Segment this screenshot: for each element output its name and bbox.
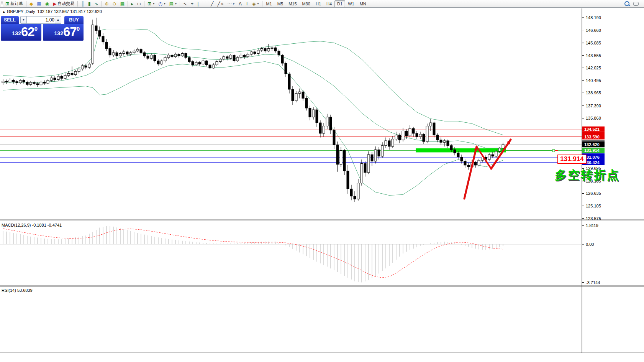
callout-anchor-marker[interactable] (552, 150, 555, 152)
text-label-icon[interactable]: T (244, 0, 250, 7)
sell-price-pipette: 0 (34, 25, 38, 32)
crosshair-icon: + (191, 2, 193, 6)
price-axis-label: 123.575 (586, 216, 601, 221)
rsi-indicator-label: RSI(14) 53.6839 (2, 288, 33, 293)
price-badge-label: 134.521 (584, 127, 600, 132)
candles-group (2, 18, 504, 202)
macd-axis-label: 0.00 (586, 242, 594, 247)
trend-arrow-segment[interactable] (464, 146, 477, 199)
price-axis-label: 138.965 (586, 90, 601, 95)
fibonacci-icon: ⋯ (227, 2, 232, 6)
chevron-down-icon: ▾ (257, 2, 259, 5)
market-watch-icon[interactable]: ▦ (35, 0, 43, 7)
timeframe-button-h4[interactable]: H4 (324, 0, 334, 7)
zoom-in-icon: ⊕ (105, 2, 109, 6)
timeframe-button-d1[interactable]: D1 (334, 0, 345, 7)
sell-price-main: 132 (12, 30, 21, 36)
zoom-out-icon[interactable]: ⊖ (111, 0, 118, 7)
timeframe-button-m15[interactable]: M15 (286, 0, 299, 7)
bollinger-band-line (3, 29, 503, 135)
cursor-icon[interactable]: ↖ (181, 0, 189, 7)
signals-icon: ◉ (45, 2, 49, 6)
toolbar-separator (128, 1, 128, 7)
price-chart-canvas[interactable]: 148.190146.660145.085143.555142.025140.4… (0, 8, 644, 362)
timeframe-button-m1[interactable]: M1 (264, 0, 275, 7)
equidistant-channel-icon[interactable]: ╱E (215, 0, 225, 7)
sell-button[interactable]: SELL (1, 16, 19, 24)
bar-chart-icon[interactable]: ║ (79, 0, 86, 7)
auto-scroll-icon[interactable]: ▸ (129, 0, 135, 7)
tile-windows-icon: ▦ (120, 2, 125, 6)
chart-shift-icon[interactable]: ↦ (135, 0, 143, 7)
buy-price-button[interactable]: 132670 (43, 24, 84, 41)
tile-windows-icon[interactable]: ▦ (118, 0, 126, 7)
macd-signal-line (3, 229, 503, 278)
templates-icon[interactable]: ▤▾ (167, 0, 179, 7)
macd-indicator-label: MACD(12,26,9) -0.1881 -0.4741 (2, 223, 62, 227)
auto-scroll-icon: ▸ (131, 2, 133, 6)
equidistant-channel-icon-sub: E (221, 2, 223, 5)
new-order-button[interactable]: ⊞新订单 (3, 0, 25, 7)
period-selector-icon[interactable]: ◷▾ (156, 0, 167, 7)
trendline-icon[interactable]: ╱ (209, 0, 215, 7)
price-badge-label: 130.424 (584, 160, 600, 165)
price-axis-label: 142.025 (586, 66, 601, 70)
price-badge-label: 133.590 (584, 135, 600, 139)
ohlc-values: 132.187 132.867 131.817 132.620 (38, 9, 102, 14)
buy-price-pipette: 0 (77, 25, 80, 32)
metaeditor-icon[interactable]: ◆ (28, 0, 35, 7)
main-toolbar: ⊞新订单◆▦◉▶自动交易║▮∿⊕⊖▦▸↦⊞▾◷▾▤▾↖+|—╱╱E⋯FAT◈▾M… (0, 0, 644, 8)
autotrading-button[interactable]: ▶自动交易 (51, 0, 76, 7)
macd-axis-label: 1.8119 (586, 223, 598, 228)
price-badge-label: 131.914 (584, 148, 600, 153)
toolbar-separator (180, 1, 180, 7)
arrows-icon[interactable]: ◈▾ (250, 0, 261, 7)
crosshair-icon[interactable]: + (189, 0, 195, 7)
macd-axis-label: -3.7144 (586, 280, 600, 285)
chart-title: ▲GBPJPY-,Daily 132.187 132.867 131.817 1… (2, 9, 102, 14)
price-axis-label: 126.635 (586, 191, 601, 196)
price-axis-label: 137.390 (586, 104, 601, 108)
timeframe-button-w1[interactable]: W1 (345, 0, 357, 7)
volume-input[interactable]: 1.00 (26, 16, 56, 24)
signals-icon[interactable]: ◉ (43, 0, 51, 7)
new-order-button-label: 新订单 (10, 1, 23, 7)
candlestick-chart-icon[interactable]: ▮ (86, 0, 93, 7)
trendline-icon: ╱ (211, 2, 213, 6)
timeframe-button-mn[interactable]: MN (357, 0, 369, 7)
vertical-line-icon[interactable]: | (195, 0, 200, 7)
one-click-trading-panel: SELL ▼ 1.00 ▲ BUY 132620 132670 (1, 16, 84, 41)
trend-arrow-segment[interactable] (491, 140, 511, 169)
arrows-icon: ◈ (252, 2, 256, 6)
timeframe-button-m30[interactable]: M30 (300, 0, 313, 7)
price-axis-label: 148.190 (586, 15, 601, 20)
volume-increase-button[interactable]: ▲ (55, 16, 61, 24)
volume-decrease-button[interactable]: ▼ (20, 16, 27, 24)
search-icon[interactable] (624, 1, 629, 6)
fibonacci-icon[interactable]: ⋯F (225, 0, 237, 7)
toolbar-separator (102, 1, 102, 7)
sell-price-button[interactable]: 132620 (1, 24, 41, 41)
chart-window[interactable]: 148.190146.660145.085143.555142.025140.4… (0, 8, 644, 362)
toolbar-separator (26, 1, 26, 7)
text-label-icon: T (246, 2, 248, 6)
turning-point-annotation[interactable]: 多空转折点 (555, 167, 620, 183)
text-icon: A (239, 2, 242, 6)
buy-button[interactable]: BUY (64, 16, 84, 24)
price-axis-label: 143.555 (586, 53, 601, 58)
line-chart-icon[interactable]: ∿ (92, 0, 100, 7)
price-axis-label: 140.495 (586, 78, 601, 83)
horizontal-line-icon[interactable]: — (200, 0, 209, 7)
support-zone-rectangle[interactable] (416, 148, 506, 153)
symbol-period-label: GBPJPY-,Daily (7, 9, 35, 14)
chat-icon[interactable] (633, 2, 639, 6)
timeframe-button-m5[interactable]: M5 (275, 0, 286, 7)
zoom-in-icon[interactable]: ⊕ (103, 0, 111, 7)
new-chart-icon[interactable]: ⊞▾ (146, 0, 156, 7)
timeframe-button-h1[interactable]: H1 (313, 0, 324, 7)
collapse-triangle-icon[interactable]: ▲ (2, 10, 5, 13)
price-callout-label[interactable]: 131.914 (557, 155, 587, 164)
zoom-out-icon: ⊖ (113, 2, 116, 6)
text-icon[interactable]: A (237, 0, 244, 7)
autotrading-button-label: 自动交易 (57, 1, 74, 7)
